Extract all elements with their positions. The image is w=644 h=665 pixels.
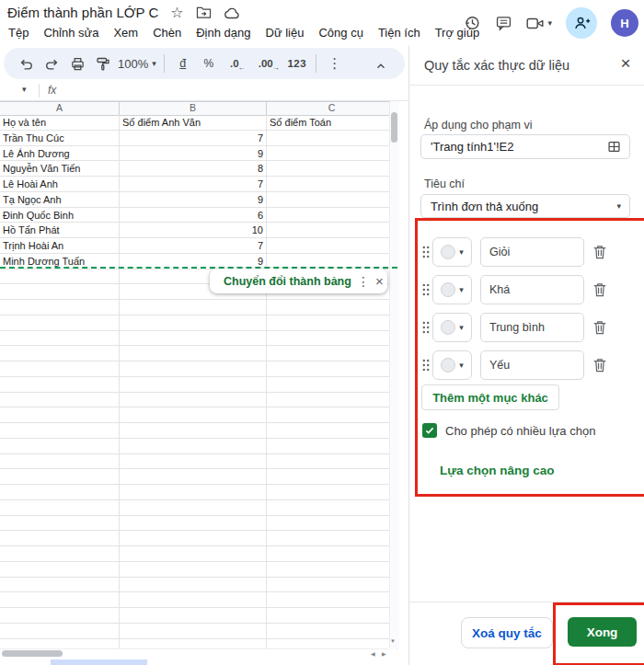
cell[interactable] (120, 346, 267, 361)
cell[interactable] (267, 592, 397, 608)
cell[interactable] (120, 516, 267, 532)
cell[interactable] (0, 284, 120, 300)
cell[interactable] (120, 469, 267, 485)
cell[interactable] (0, 624, 120, 639)
scroll-left-arrow[interactable]: ◀ (371, 650, 375, 657)
drag-handle-icon[interactable] (421, 320, 431, 335)
cell[interactable]: Số điểm Toán (267, 115, 397, 131)
cell[interactable] (0, 592, 120, 608)
cell[interactable] (0, 407, 120, 423)
redo-button[interactable] (40, 52, 63, 75)
cell[interactable] (0, 439, 120, 454)
cell[interactable] (267, 608, 397, 624)
cell[interactable] (120, 377, 267, 393)
cell[interactable]: 8 (120, 161, 267, 177)
cell[interactable] (267, 423, 397, 439)
cell[interactable]: Số điểm Anh Văn (120, 115, 267, 131)
delete-option-icon[interactable] (592, 244, 608, 260)
cell[interactable] (120, 592, 267, 608)
cell[interactable] (267, 531, 397, 546)
cell[interactable]: 10 (120, 223, 267, 238)
paint-format-button[interactable] (92, 52, 114, 75)
menu-item-4[interactable]: Định dạng (189, 24, 258, 41)
cell[interactable] (0, 485, 120, 500)
remove-rule-button[interactable]: Xoá quy tắc (461, 617, 553, 648)
delete-option-icon[interactable] (592, 281, 608, 298)
cell[interactable] (267, 469, 397, 485)
meet-camera-button[interactable]: ▾ (526, 16, 552, 31)
cell[interactable] (0, 269, 120, 285)
cell[interactable]: Tạ Ngọc Anh (0, 192, 120, 208)
cell[interactable] (0, 331, 120, 347)
cell[interactable] (0, 500, 120, 516)
more-options-icon[interactable]: ⋮ (324, 52, 346, 75)
cell[interactable]: 7 (120, 238, 267, 254)
cell[interactable] (0, 393, 120, 408)
cell[interactable] (267, 516, 397, 532)
cell[interactable] (120, 331, 267, 347)
option-color-chip[interactable]: ▾ (432, 237, 472, 267)
cell[interactable] (267, 208, 397, 224)
menu-item-1[interactable]: Chỉnh sửa (36, 24, 106, 41)
cell[interactable] (120, 562, 267, 578)
cell[interactable]: Lê Ánh Dương (0, 146, 120, 162)
number-format-button[interactable]: 123 (286, 52, 308, 75)
criteria-dropdown[interactable]: Trình đơn thả xuống ▾ (420, 194, 630, 218)
cell[interactable] (267, 346, 397, 361)
cell[interactable] (267, 300, 397, 315)
option-text-input[interactable] (480, 275, 584, 304)
share-button[interactable] (566, 7, 597, 39)
cell[interactable] (120, 300, 267, 315)
cell[interactable] (0, 531, 120, 546)
delete-option-icon[interactable] (592, 319, 608, 336)
cell[interactable] (267, 131, 397, 146)
cell[interactable]: Đinh Quốc Binh (0, 208, 120, 224)
menu-item-3[interactable]: Chèn (145, 24, 189, 41)
cell[interactable] (267, 578, 397, 593)
option-color-chip[interactable]: ▾ (432, 275, 472, 304)
undo-button[interactable] (15, 52, 37, 75)
move-folder-icon[interactable] (196, 6, 212, 19)
menu-item-2[interactable]: Xem (106, 24, 145, 41)
option-text-input[interactable] (480, 237, 584, 267)
cell[interactable] (120, 361, 267, 377)
cell[interactable] (0, 546, 120, 562)
cell[interactable]: 7 (120, 131, 267, 146)
advanced-options-link[interactable]: Lựa chọn nâng cao (440, 464, 555, 477)
cell[interactable] (0, 423, 120, 439)
add-item-button[interactable]: Thêm một mục khác (421, 384, 559, 410)
horizontal-scrollbar-thumb[interactable] (2, 650, 63, 657)
column-header-C[interactable]: C (267, 102, 397, 115)
cell[interactable] (267, 177, 397, 192)
multi-select-checkbox[interactable] (422, 423, 437, 438)
cell[interactable]: Hồ Tấn Phát (0, 223, 120, 238)
column-header-B[interactable]: B (120, 102, 267, 115)
column-header-A[interactable]: A (0, 102, 120, 115)
delete-option-icon[interactable] (592, 357, 608, 373)
cell[interactable] (267, 161, 397, 177)
cell[interactable]: Lê Hoài Anh (0, 177, 120, 192)
document-title[interactable]: Điểm thành phần LỚP C (7, 5, 158, 20)
cell[interactable]: Họ và tên (0, 115, 120, 131)
close-icon[interactable]: × (615, 53, 636, 74)
drag-handle-icon[interactable] (421, 358, 431, 373)
drag-handle-icon[interactable] (421, 245, 431, 259)
comment-icon[interactable] (495, 15, 512, 32)
vertical-scrollbar-thumb[interactable] (391, 112, 397, 143)
cell[interactable] (120, 546, 267, 562)
cell[interactable] (267, 223, 397, 238)
cell[interactable] (0, 361, 120, 377)
cell[interactable] (267, 407, 397, 423)
cell[interactable] (120, 485, 267, 500)
name-box-dropdown[interactable]: ▾ (22, 85, 27, 94)
done-button[interactable]: Xong (568, 617, 637, 647)
option-color-chip[interactable]: ▾ (432, 350, 472, 380)
convert-to-table-pill[interactable]: Chuyển đổi thành bảng ⋮ × (210, 269, 387, 293)
percent-format-button[interactable]: % (198, 52, 220, 75)
cell[interactable] (0, 315, 120, 331)
cell[interactable] (267, 546, 397, 562)
cell[interactable] (120, 315, 267, 331)
cell[interactable] (120, 439, 267, 454)
cell[interactable]: Trịnh Hoài An (0, 238, 120, 254)
cell[interactable] (267, 393, 397, 408)
